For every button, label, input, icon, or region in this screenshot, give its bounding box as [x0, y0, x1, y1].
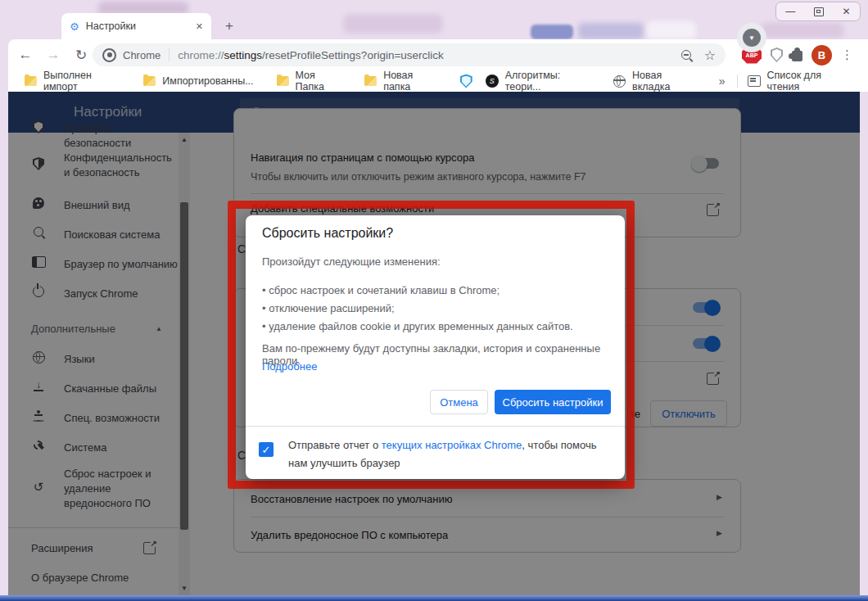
- folder-icon: [143, 76, 156, 86]
- reload-button[interactable]: ↻: [70, 44, 92, 66]
- settings-gear-favicon-icon: ⚙: [70, 20, 79, 33]
- bookmark-item[interactable]: [460, 75, 472, 88]
- browser-menu-icon[interactable]: ⋮: [841, 47, 853, 62]
- bookmark-label: Новая вкладка: [632, 70, 696, 93]
- browser-window: ⚙ Настройки ✕ + ▼ ← → ↻ Chrome chrome://…: [8, 11, 860, 595]
- bullet-item: • отключение расширений;: [262, 300, 573, 318]
- reset-settings-dialog: Сбросить настройки? Произойдут следующие…: [246, 215, 625, 479]
- bookmarks-overflow-button[interactable]: »: [719, 75, 726, 88]
- folder-icon: [25, 76, 37, 86]
- folder-icon: [364, 76, 377, 86]
- bookmark-star-icon[interactable]: ☆: [704, 47, 716, 63]
- site-favicon-icon: S: [486, 75, 499, 88]
- dialog-title: Сбросить настройки?: [262, 226, 393, 241]
- bookmark-folder[interactable]: Новая папка: [364, 70, 437, 93]
- bookmark-label: Новая папка: [383, 70, 437, 93]
- bookmark-label: Выполнен импорт: [43, 70, 120, 93]
- tab-close-icon[interactable]: ✕: [196, 21, 203, 32]
- bookmarks-divider: [737, 75, 738, 88]
- url-path: /resetProfileSettings?origin=userclick: [262, 49, 444, 61]
- learn-more-link[interactable]: Подробнее: [262, 360, 317, 373]
- chevron-down-icon: ▼: [743, 29, 761, 47]
- bookmarks-bar: Выполнен импорт Импортированны... Моя Па…: [8, 70, 860, 92]
- globe-favicon-icon: [613, 75, 626, 88]
- reading-list-label: Список для чтения: [767, 70, 848, 93]
- url-host: settings: [224, 49, 263, 61]
- send-report-checkbox[interactable]: ✓: [259, 442, 274, 457]
- dialog-intro: Произойдут следующие изменения:: [262, 255, 441, 268]
- url-brand: Chrome: [123, 49, 160, 61]
- bookmark-folder[interactable]: Моя Папка: [277, 70, 342, 93]
- url-scheme: chrome://: [178, 49, 224, 61]
- bullet-item: • сброс настроек и сочетаний клавиш в Ch…: [262, 282, 573, 300]
- browser-tab[interactable]: ⚙ Настройки ✕: [61, 13, 211, 39]
- background-window-edge: [860, 39, 868, 92]
- bookmark-item[interactable]: Новая вкладка: [613, 70, 696, 93]
- bookmark-folder[interactable]: Выполнен импорт: [25, 70, 120, 93]
- reset-confirm-button[interactable]: Сбросить настройки: [495, 390, 611, 414]
- folder-icon: [277, 76, 289, 86]
- reading-list-button[interactable]: Список для чтения: [748, 70, 848, 93]
- tab-title: Настройки: [86, 20, 196, 32]
- cancel-button[interactable]: Отмена: [430, 390, 488, 414]
- url-separator: [169, 48, 170, 61]
- current-settings-link[interactable]: текущих настройках Chrome: [382, 439, 522, 451]
- dialog-divider: [246, 426, 625, 427]
- checkbox-label: Отправьте отчет о текущих настройках Chr…: [288, 436, 610, 472]
- bookmark-label: Моя Папка: [296, 70, 342, 93]
- chrome-page-icon: [102, 48, 116, 62]
- forward-button[interactable]: →: [43, 44, 64, 66]
- shield-favicon-icon: [460, 75, 472, 88]
- url-text: chrome://settings/resetProfileSettings?o…: [178, 49, 674, 61]
- bookmark-folder[interactable]: Импортированны...: [143, 75, 253, 87]
- tab-strip: ⚙ Настройки ✕ +: [8, 11, 860, 39]
- background-window-bottom-edge: [0, 595, 868, 601]
- bookmark-label: Импортированны...: [162, 75, 253, 87]
- browser-toolbar: ← → ↻ Chrome chrome://settings/resetProf…: [8, 39, 860, 70]
- bookmark-label: Алгоритмы: теори...: [505, 70, 590, 93]
- profile-avatar[interactable]: B: [811, 45, 832, 66]
- address-bar[interactable]: Chrome chrome://settings/resetProfileSet…: [93, 43, 726, 66]
- bullet-item: • удаление файлов cookie и других времен…: [262, 318, 573, 336]
- reading-list-icon: [748, 75, 761, 87]
- bookmark-item[interactable]: SАлгоритмы: теори...: [486, 70, 590, 93]
- shield-extension-icon[interactable]: [771, 47, 783, 62]
- dialog-bullet-list: • сброс настроек и сочетаний клавиш в Ch…: [262, 282, 573, 336]
- overlay-dropdown-button[interactable]: ▼: [737, 23, 766, 52]
- zoom-icon[interactable]: [681, 50, 691, 60]
- new-tab-button[interactable]: +: [219, 16, 239, 36]
- back-button[interactable]: ←: [15, 44, 36, 66]
- extensions-puzzle-icon[interactable]: [792, 51, 802, 61]
- screen: — ✕ ⚙ Настройки ✕ + ▼ ← → ↻ Chrome chr: [0, 0, 868, 601]
